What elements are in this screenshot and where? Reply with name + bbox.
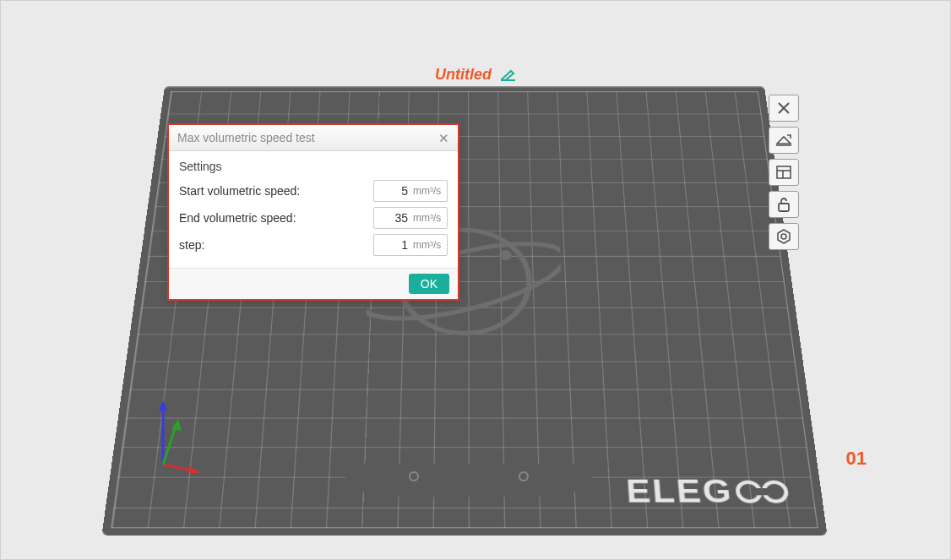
end-speed-label: End volumetric speed: xyxy=(179,211,373,225)
toolbar-panel-button[interactable] xyxy=(769,159,799,186)
unlock-icon xyxy=(777,197,791,212)
unit-label: mm³/s xyxy=(411,185,447,197)
plate-brand-label: ELEG xyxy=(625,474,796,511)
unit-label: mm³/s xyxy=(411,239,447,251)
plate-toolbar xyxy=(769,95,799,250)
edit-title-icon[interactable] xyxy=(501,68,516,85)
dialog-close-button[interactable]: ✕ xyxy=(436,130,451,145)
dialog-title: Max volumetric speed test xyxy=(177,131,436,144)
project-title-row: Untitled xyxy=(0,66,951,85)
start-speed-label: Start volumetric speed: xyxy=(179,184,373,198)
plate-index-label: 01 xyxy=(846,448,867,470)
svg-point-19 xyxy=(781,234,786,239)
svg-marker-18 xyxy=(778,230,790,243)
toolbar-plate-type-button[interactable] xyxy=(769,127,799,154)
toolbar-close-button[interactable] xyxy=(769,95,799,122)
start-speed-field[interactable]: mm³/s xyxy=(373,180,448,202)
end-speed-field[interactable]: mm³/s xyxy=(373,207,448,229)
step-field[interactable]: mm³/s xyxy=(373,234,448,256)
ok-button[interactable]: OK xyxy=(409,274,449,294)
svg-rect-17 xyxy=(779,204,789,211)
hex-settings-icon xyxy=(776,229,791,244)
start-speed-input[interactable] xyxy=(374,183,411,198)
dialog-header[interactable]: Max volumetric speed test ✕ xyxy=(169,125,458,151)
unit-label: mm³/s xyxy=(411,212,447,224)
dialog-section-label: Settings xyxy=(179,160,448,173)
toolbar-settings-button[interactable] xyxy=(769,223,799,250)
project-title[interactable]: Untitled xyxy=(435,66,492,83)
panel-layout-icon xyxy=(776,166,791,179)
close-icon xyxy=(776,101,791,116)
step-label: step: xyxy=(179,238,373,252)
step-input[interactable] xyxy=(374,237,411,253)
plate-front-tab xyxy=(321,465,617,498)
svg-rect-14 xyxy=(777,166,791,178)
svg-rect-5 xyxy=(757,488,769,495)
close-icon: ✕ xyxy=(438,132,449,144)
plate-type-icon xyxy=(775,133,792,147)
end-speed-input[interactable] xyxy=(374,210,411,226)
toolbar-lock-button[interactable] xyxy=(769,191,799,218)
max-volumetric-speed-dialog: Max volumetric speed test ✕ Settings Sta… xyxy=(167,123,459,301)
